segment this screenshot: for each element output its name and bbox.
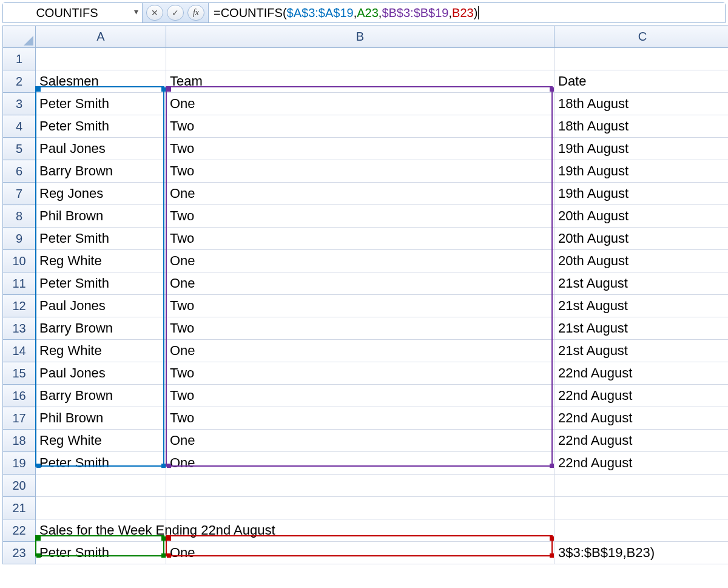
cell-A20[interactable] [36, 475, 166, 497]
cell-C7[interactable]: 19th August [554, 183, 729, 205]
row-header-23[interactable]: 23 [3, 542, 36, 564]
row-header-15[interactable]: 15 [3, 362, 36, 385]
cell-B4[interactable]: Two [166, 115, 554, 138]
cell-B8[interactable]: Two [166, 205, 554, 228]
cell-B12[interactable]: Two [166, 295, 554, 317]
name-box[interactable]: COUNTIFS [3, 3, 143, 22]
cell-A3[interactable]: Peter Smith [36, 93, 166, 115]
fx-icon[interactable]: fx [187, 5, 204, 21]
cell-C10[interactable]: 20th August [554, 250, 729, 272]
row-header-4[interactable]: 4 [3, 115, 36, 138]
cell-A2[interactable]: Salesmen [36, 70, 166, 93]
cell-C20[interactable] [554, 475, 729, 497]
cell-A15[interactable]: Paul Jones [36, 362, 166, 385]
cell-B13[interactable]: Two [166, 317, 554, 340]
cell-B3[interactable]: One [166, 93, 554, 115]
cell-C1[interactable] [554, 48, 729, 70]
cell-A13[interactable]: Barry Brown [36, 317, 166, 340]
cell-C2[interactable]: Date [554, 70, 729, 93]
row-header-6[interactable]: 6 [3, 160, 36, 183]
row-header-16[interactable]: 16 [3, 385, 36, 407]
cell-A11[interactable]: Peter Smith [36, 272, 166, 295]
cell-B20[interactable] [166, 475, 554, 497]
cell-A9[interactable]: Peter Smith [36, 228, 166, 250]
cell-C13[interactable]: 21st August [554, 317, 729, 340]
cell-C19[interactable]: 22nd August [554, 452, 729, 475]
cell-B6[interactable]: Two [166, 160, 554, 183]
cell-C9[interactable]: 20th August [554, 228, 729, 250]
cell-C12[interactable]: 21st August [554, 295, 729, 317]
cell-A4[interactable]: Peter Smith [36, 115, 166, 138]
col-header-A[interactable]: A [36, 26, 166, 48]
cell-C6[interactable]: 19th August [554, 160, 729, 183]
cell-B11[interactable]: One [166, 272, 554, 295]
cell-A10[interactable]: Reg White [36, 250, 166, 272]
cell-A21[interactable] [36, 497, 166, 519]
cell-A17[interactable]: Phil Brown [36, 407, 166, 430]
cell-C4[interactable]: 18th August [554, 115, 729, 138]
row-header-17[interactable]: 17 [3, 407, 36, 430]
cell-B1[interactable] [166, 48, 554, 70]
cell-C11[interactable]: 21st August [554, 272, 729, 295]
cell-B7[interactable]: One [166, 183, 554, 205]
row-header-5[interactable]: 5 [3, 138, 36, 160]
cell-C22[interactable] [554, 519, 729, 542]
cell-B2[interactable]: Team [166, 70, 554, 93]
cell-A14[interactable]: Reg White [36, 340, 166, 362]
cell-B23[interactable]: One [166, 542, 554, 564]
cell-C21[interactable] [554, 497, 729, 519]
cell-A12[interactable]: Paul Jones [36, 295, 166, 317]
cell-C3[interactable]: 18th August [554, 93, 729, 115]
cell-B5[interactable]: Two [166, 138, 554, 160]
row-header-11[interactable]: 11 [3, 272, 36, 295]
cell-A22[interactable]: Sales for the Week Ending 22nd August [36, 519, 166, 542]
row-header-1[interactable]: 1 [3, 48, 36, 70]
cell-A1[interactable] [36, 48, 166, 70]
cell-B18[interactable]: One [166, 430, 554, 452]
cell-B15[interactable]: Two [166, 362, 554, 385]
cell-A16[interactable]: Barry Brown [36, 385, 166, 407]
cell-A19[interactable]: Peter Smith [36, 452, 166, 475]
cell-C16[interactable]: 22nd August [554, 385, 729, 407]
row-header-8[interactable]: 8 [3, 205, 36, 228]
row-header-14[interactable]: 14 [3, 340, 36, 362]
cell-A23[interactable]: Peter Smith [36, 542, 166, 564]
col-header-C[interactable]: C [554, 26, 729, 48]
cell-C5[interactable]: 19th August [554, 138, 729, 160]
row-header-13[interactable]: 13 [3, 317, 36, 340]
cell-C18[interactable]: 22nd August [554, 430, 729, 452]
row-header-22[interactable]: 22 [3, 519, 36, 542]
row-header-7[interactable]: 7 [3, 183, 36, 205]
cell-B10[interactable]: One [166, 250, 554, 272]
row-header-9[interactable]: 9 [3, 228, 36, 250]
enter-icon[interactable]: ✓ [167, 5, 184, 21]
cancel-icon[interactable]: ✕ [146, 5, 163, 21]
cell-C14[interactable]: 21st August [554, 340, 729, 362]
cell-A7[interactable]: Reg Jones [36, 183, 166, 205]
row-header-2[interactable]: 2 [3, 70, 36, 93]
row-header-19[interactable]: 19 [3, 452, 36, 475]
cell-C23[interactable]: 3$3:$B$19,B23) [554, 542, 729, 564]
cell-C8[interactable]: 20th August [554, 205, 729, 228]
spreadsheet-grid[interactable]: ABC12SalesmenTeamDate3Peter SmithOne18th… [2, 25, 728, 564]
cell-A6[interactable]: Barry Brown [36, 160, 166, 183]
formula-input[interactable]: =COUNTIFS($A$3:$A$19,A23,$B$3:$B$19,B23) [208, 3, 725, 22]
cell-B14[interactable]: One [166, 340, 554, 362]
cell-A5[interactable]: Paul Jones [36, 138, 166, 160]
row-header-12[interactable]: 12 [3, 295, 36, 317]
row-header-3[interactable]: 3 [3, 93, 36, 115]
col-header-B[interactable]: B [166, 26, 554, 48]
row-header-10[interactable]: 10 [3, 250, 36, 272]
row-header-18[interactable]: 18 [3, 430, 36, 452]
cell-B9[interactable]: Two [166, 228, 554, 250]
cell-B17[interactable]: Two [166, 407, 554, 430]
cell-B16[interactable]: Two [166, 385, 554, 407]
row-header-20[interactable]: 20 [3, 475, 36, 497]
cell-B21[interactable] [166, 497, 554, 519]
cell-A18[interactable]: Reg White [36, 430, 166, 452]
cell-C15[interactable]: 22nd August [554, 362, 729, 385]
row-header-21[interactable]: 21 [3, 497, 36, 519]
cell-C17[interactable]: 22nd August [554, 407, 729, 430]
select-all-corner[interactable] [3, 26, 36, 48]
cell-A8[interactable]: Phil Brown [36, 205, 166, 228]
